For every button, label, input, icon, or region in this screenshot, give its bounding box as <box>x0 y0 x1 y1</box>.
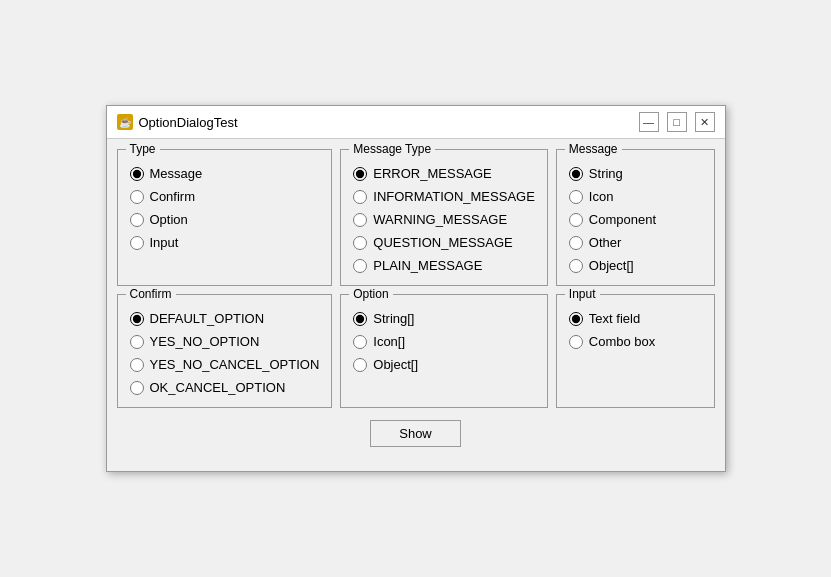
confirm-panel-legend: Confirm <box>126 287 176 301</box>
input-label-textfield: Text field <box>589 311 640 326</box>
opt-label-stringarray: String[] <box>373 311 414 326</box>
confirm-label-default: DEFAULT_OPTION <box>150 311 265 326</box>
confirm-radio-group: DEFAULT_OPTION YES_NO_OPTION YES_NO_CANC… <box>130 311 320 395</box>
message-panel: Message String Icon Component <box>556 149 715 286</box>
confirm-label-yesno: YES_NO_OPTION <box>150 334 260 349</box>
msgtype-label-warning: WARNING_MESSAGE <box>373 212 507 227</box>
msg-option-component[interactable]: Component <box>569 212 702 227</box>
msgtype-label-error: ERROR_MESSAGE <box>373 166 491 181</box>
confirm-option-default[interactable]: DEFAULT_OPTION <box>130 311 320 326</box>
confirm-option-okcancel[interactable]: OK_CANCEL_OPTION <box>130 380 320 395</box>
type-radio-message[interactable] <box>130 167 144 181</box>
opt-label-objectarray: Object[] <box>373 357 418 372</box>
option-panel-legend: Option <box>349 287 392 301</box>
close-button[interactable]: ✕ <box>695 112 715 132</box>
minimize-button[interactable]: — <box>639 112 659 132</box>
msgtype-radio-warning[interactable] <box>353 213 367 227</box>
msg-radio-string[interactable] <box>569 167 583 181</box>
msgtype-radio-question[interactable] <box>353 236 367 250</box>
msg-radio-component[interactable] <box>569 213 583 227</box>
content-area: Type Message Confirm Option <box>107 139 725 471</box>
msg-option-objectarray[interactable]: Object[] <box>569 258 702 273</box>
type-label-option: Option <box>150 212 188 227</box>
message-type-radio-group: ERROR_MESSAGE INFORMATION_MESSAGE WARNIN… <box>353 166 535 273</box>
confirm-radio-yesnocancel[interactable] <box>130 358 144 372</box>
input-panel: Input Text field Combo box <box>556 294 715 408</box>
input-radio-combobox[interactable] <box>569 335 583 349</box>
opt-option-stringarray[interactable]: String[] <box>353 311 535 326</box>
msg-label-other: Other <box>589 235 622 250</box>
confirm-option-yesnocancel[interactable]: YES_NO_CANCEL_OPTION <box>130 357 320 372</box>
message-type-panel-legend: Message Type <box>349 142 435 156</box>
msg-option-icon[interactable]: Icon <box>569 189 702 204</box>
type-radio-confirm[interactable] <box>130 190 144 204</box>
type-option-option[interactable]: Option <box>130 212 320 227</box>
title-bar-left: ☕ OptionDialogTest <box>117 114 238 130</box>
msg-label-icon: Icon <box>589 189 614 204</box>
confirm-label-yesnocancel: YES_NO_CANCEL_OPTION <box>150 357 320 372</box>
msg-radio-icon[interactable] <box>569 190 583 204</box>
confirm-option-yesno[interactable]: YES_NO_OPTION <box>130 334 320 349</box>
message-panel-legend: Message <box>565 142 622 156</box>
type-radio-input[interactable] <box>130 236 144 250</box>
message-radio-group: String Icon Component Other <box>569 166 702 273</box>
opt-label-iconarray: Icon[] <box>373 334 405 349</box>
title-bar: ☕ OptionDialogTest — □ ✕ <box>107 106 725 139</box>
confirm-radio-yesno[interactable] <box>130 335 144 349</box>
msgtype-option-error[interactable]: ERROR_MESSAGE <box>353 166 535 181</box>
msg-label-string: String <box>589 166 623 181</box>
type-option-confirm[interactable]: Confirm <box>130 189 320 204</box>
type-option-message[interactable]: Message <box>130 166 320 181</box>
show-button[interactable]: Show <box>370 420 461 447</box>
input-panel-legend: Input <box>565 287 600 301</box>
msgtype-radio-info[interactable] <box>353 190 367 204</box>
confirm-panel: Confirm DEFAULT_OPTION YES_NO_OPTION YES… <box>117 294 333 408</box>
msg-option-string[interactable]: String <box>569 166 702 181</box>
msgtype-radio-plain[interactable] <box>353 259 367 273</box>
confirm-radio-okcancel[interactable] <box>130 381 144 395</box>
confirm-radio-default[interactable] <box>130 312 144 326</box>
opt-option-objectarray[interactable]: Object[] <box>353 357 535 372</box>
msgtype-radio-error[interactable] <box>353 167 367 181</box>
input-option-textfield[interactable]: Text field <box>569 311 702 326</box>
type-panel-legend: Type <box>126 142 160 156</box>
message-type-panel: Message Type ERROR_MESSAGE INFORMATION_M… <box>340 149 548 286</box>
msgtype-option-plain[interactable]: PLAIN_MESSAGE <box>353 258 535 273</box>
msg-label-objectarray: Object[] <box>589 258 634 273</box>
msg-label-component: Component <box>589 212 656 227</box>
msgtype-option-warning[interactable]: WARNING_MESSAGE <box>353 212 535 227</box>
msg-radio-other[interactable] <box>569 236 583 250</box>
msgtype-label-plain: PLAIN_MESSAGE <box>373 258 482 273</box>
type-label-confirm: Confirm <box>150 189 196 204</box>
title-controls: — □ ✕ <box>639 112 715 132</box>
msgtype-option-info[interactable]: INFORMATION_MESSAGE <box>353 189 535 204</box>
msgtype-option-question[interactable]: QUESTION_MESSAGE <box>353 235 535 250</box>
main-window: ☕ OptionDialogTest — □ ✕ Type Message <box>106 105 726 472</box>
input-radio-group: Text field Combo box <box>569 311 702 349</box>
opt-radio-iconarray[interactable] <box>353 335 367 349</box>
opt-option-iconarray[interactable]: Icon[] <box>353 334 535 349</box>
type-panel: Type Message Confirm Option <box>117 149 333 286</box>
msgtype-label-info: INFORMATION_MESSAGE <box>373 189 535 204</box>
opt-radio-objectarray[interactable] <box>353 358 367 372</box>
window-title: OptionDialogTest <box>139 115 238 130</box>
app-icon: ☕ <box>117 114 133 130</box>
type-radio-option[interactable] <box>130 213 144 227</box>
confirm-label-okcancel: OK_CANCEL_OPTION <box>150 380 286 395</box>
opt-radio-stringarray[interactable] <box>353 312 367 326</box>
input-label-combobox: Combo box <box>589 334 655 349</box>
type-option-input[interactable]: Input <box>130 235 320 250</box>
type-radio-group: Message Confirm Option Input <box>130 166 320 250</box>
option-radio-group: String[] Icon[] Object[] <box>353 311 535 372</box>
input-option-combobox[interactable]: Combo box <box>569 334 702 349</box>
msg-option-other[interactable]: Other <box>569 235 702 250</box>
type-label-input: Input <box>150 235 179 250</box>
input-radio-textfield[interactable] <box>569 312 583 326</box>
footer: Show <box>117 408 715 461</box>
option-panel: Option String[] Icon[] Object[] <box>340 294 548 408</box>
msgtype-label-question: QUESTION_MESSAGE <box>373 235 512 250</box>
panels-grid: Type Message Confirm Option <box>117 149 715 408</box>
maximize-button[interactable]: □ <box>667 112 687 132</box>
type-label-message: Message <box>150 166 203 181</box>
msg-radio-objectarray[interactable] <box>569 259 583 273</box>
